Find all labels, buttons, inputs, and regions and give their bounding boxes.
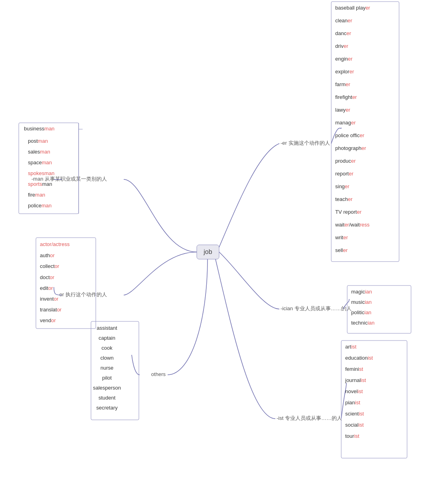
er-item-16: TV reporter: [335, 209, 362, 215]
or-item-6: translator: [40, 307, 62, 313]
connector-er: [219, 144, 279, 247]
others-item-7: student: [99, 395, 116, 401]
man-item-6: fireman: [28, 192, 45, 198]
er-item-0: baseball player: [335, 5, 370, 11]
er-item-5: explorer: [335, 69, 354, 75]
er-item-15: teacher: [335, 196, 353, 202]
man-item-7: policeman: [28, 203, 51, 209]
connector-ician: [219, 252, 279, 309]
er-item-7: firefighter: [335, 94, 357, 100]
branch-label-ician: -ician 专业人员或从事……的人: [281, 305, 352, 311]
others-item-0: assistant: [97, 325, 117, 331]
man-item-5: sportsman: [28, 181, 52, 187]
er-item-12: producer: [335, 158, 356, 164]
center-label: job: [203, 248, 212, 255]
or-item-0: actor/actress: [40, 241, 70, 247]
er-item-11: photographer: [335, 145, 366, 151]
connector-man: [124, 179, 197, 252]
er-item-9: manager: [335, 120, 356, 126]
ist-item-5: pianist: [345, 400, 360, 406]
ician-item-2: politician: [351, 309, 372, 315]
others-item-6: salesperson: [93, 385, 121, 391]
man-item-4: spokesman: [28, 170, 55, 176]
connector-others: [168, 259, 208, 375]
ician-item-3: technician: [351, 320, 375, 326]
er-item-8: lawyer: [335, 107, 350, 113]
man-group-box: [19, 123, 79, 214]
or-item-7: vendor: [40, 317, 56, 323]
man-item-1: postman: [28, 138, 48, 144]
er-item-2: dancer: [335, 30, 351, 36]
connector-others-box: [132, 355, 140, 375]
ician-item-0: magician: [351, 289, 372, 295]
or-item-1: author: [40, 252, 55, 258]
ist-item-4: novelist: [345, 388, 363, 394]
er-item-10: police officer: [335, 132, 364, 138]
er-item-13: reporter: [335, 171, 354, 177]
er-item-17: waiter/waitress: [335, 222, 370, 228]
ist-item-0: artist: [345, 344, 357, 350]
connector-or: [124, 252, 197, 295]
branch-label-ist: -ist 专业人员或从事……的人: [277, 415, 342, 421]
others-item-8: secretary: [96, 405, 118, 411]
or-group-box: [36, 238, 96, 329]
ist-item-1: educationist: [345, 355, 373, 361]
ist-item-8: tourist: [345, 433, 360, 439]
branch-label-er: -er 实施这个动作的人: [281, 140, 330, 146]
mindmap: job -man 从事某职业或某一类别的人 businessman postma…: [0, 0, 431, 504]
or-item-4: editor: [40, 285, 53, 291]
or-item-5: inventor: [40, 296, 59, 302]
er-item-19: seller: [335, 247, 348, 253]
er-item-6: farmer: [335, 81, 350, 87]
ist-item-6: scientist: [345, 411, 364, 417]
ician-item-1: musician: [351, 299, 372, 305]
connector-ist: [216, 259, 275, 419]
others-item-4: nurse: [101, 365, 114, 371]
branch-label-others: others: [151, 371, 166, 377]
man-item-0: businessman: [24, 126, 55, 132]
er-item-4: enginer: [335, 56, 353, 62]
others-item-1: captain: [99, 335, 115, 341]
man-item-3: spaceman: [28, 159, 52, 165]
ist-item-3: journalist: [345, 377, 366, 383]
or-item-2: collector: [40, 263, 59, 269]
er-item-3: driver: [335, 43, 348, 49]
others-item-2: cook: [101, 345, 113, 351]
or-item-3: doctor: [40, 274, 55, 280]
er-item-14: singer: [335, 183, 350, 189]
man-item-2: salesman: [28, 149, 50, 155]
branch-label-or: -or 执行这个动作的人: [58, 291, 107, 297]
er-item-1: cleaner: [335, 18, 352, 24]
ist-item-7: socialist: [345, 422, 364, 428]
er-item-18: writer: [335, 234, 348, 240]
ist-item-2: feminist: [345, 366, 363, 372]
others-item-3: clown: [100, 355, 113, 361]
others-item-5: pilot: [102, 375, 112, 381]
